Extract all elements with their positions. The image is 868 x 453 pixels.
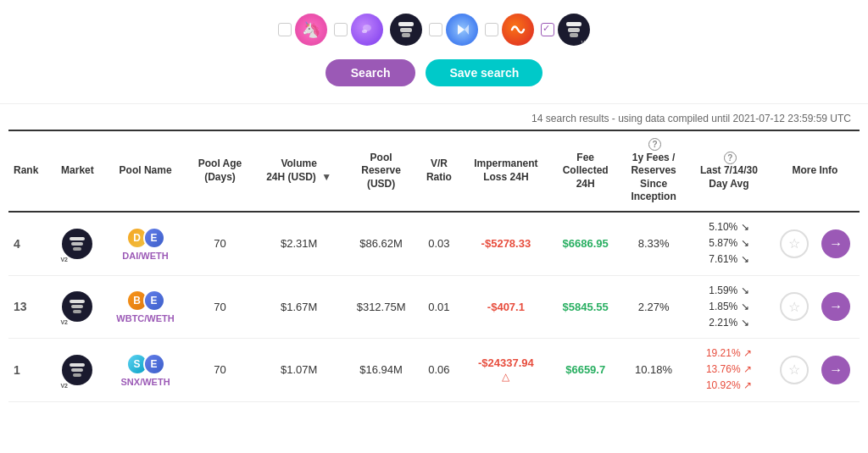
th-fee-collected: FeeCollected24H — [551, 130, 620, 212]
th-fees-reserves: ? 1y Fees /ReservesSinceInception — [620, 130, 687, 212]
protocol-curve[interactable] — [485, 14, 534, 46]
avg-line: 1.59% ↘ — [693, 283, 765, 299]
pool-name-cell: SE SNX/WETH — [103, 339, 186, 402]
vr-ratio-cell: 0.06 — [417, 339, 460, 402]
coin-b-icon: E — [143, 353, 165, 375]
vr-ratio-cell: 0.03 — [417, 212, 460, 275]
sushiswap-checkbox[interactable] — [334, 23, 348, 36]
uniswap-icon: 🦄 — [295, 14, 327, 46]
sushiswap-icon — [351, 14, 383, 46]
avg-line: 5.87% ↘ — [693, 235, 765, 251]
fees-reserves-cell: 8.33% — [620, 212, 687, 275]
coin-pair: BE — [126, 290, 165, 312]
top-section: 🦄 — [0, 0, 868, 104]
table-row: 13 V2 BE WBTC/WETH 70 $1.67M $312.75M 0.… — [8, 275, 860, 339]
pool-reserve-cell: $86.62M — [345, 212, 417, 275]
curve-icon — [502, 14, 534, 46]
balancer-icon — [390, 14, 422, 46]
search-buttons: Search Save search — [326, 59, 542, 86]
pool-name-cell: BE WBTC/WETH — [103, 275, 186, 339]
more-info-cell: ☆ → — [771, 339, 860, 402]
sort-arrow: ▼ — [321, 171, 331, 185]
avg-line: 5.10% ↘ — [693, 219, 765, 235]
table-header-row: Rank Market Pool Name Pool Age(Days) Vol… — [8, 130, 860, 212]
star-button[interactable]: ☆ — [780, 229, 809, 258]
go-button[interactable]: → — [821, 356, 850, 384]
table-container: Rank Market Pool Name Pool Age(Days) Vol… — [0, 130, 868, 402]
th-volume-24h: Volume24H (USD) ▼ — [253, 130, 345, 212]
th-pool-reserve: PoolReserve(USD) — [345, 130, 417, 212]
coin-b-icon: E — [143, 290, 165, 312]
table-row: 1 V2 SE SNX/WETH 70 $1.07M $16.94M 0.06 … — [8, 339, 860, 402]
il-value: -$407.1 — [487, 301, 525, 313]
star-button[interactable]: ☆ — [780, 356, 809, 384]
volume-24h-cell: $1.07M — [253, 339, 345, 402]
protocol-sushiswap[interactable] — [334, 14, 383, 46]
protocol-icons: 🦄 — [278, 14, 590, 46]
coin-b-icon: E — [143, 227, 165, 249]
kyber-checkbox[interactable] — [429, 23, 442, 36]
th-pool-name: Pool Name — [103, 130, 186, 212]
avg-line: 10.92% ↗ — [693, 378, 765, 394]
star-button[interactable]: ☆ — [780, 292, 809, 321]
kyber-icon — [446, 14, 478, 46]
avg-line: 2.21% ↘ — [693, 315, 765, 331]
warning-triangle-icon: △ — [466, 371, 547, 383]
il-cell: -$24337.94△ — [461, 339, 552, 402]
avg-line: 1.85% ↘ — [693, 299, 765, 315]
th-vr-ratio: V/RRatio — [417, 130, 460, 212]
pool-label: SNX/WETH — [121, 377, 170, 387]
last-avg-cell: 19.21% ↗13.76% ↗10.92% ↗ — [687, 339, 771, 402]
il-cell: -$407.1 — [461, 275, 552, 339]
market-cell: V2 — [52, 275, 104, 339]
rank-cell: 13 — [8, 275, 52, 339]
last-avg-cell: 1.59% ↘1.85% ↘2.21% ↘ — [687, 275, 771, 339]
th-pool-age: Pool Age(Days) — [187, 130, 253, 212]
protocol-v2[interactable]: V2 — [541, 14, 590, 46]
pool-label: WBTC/WETH — [116, 313, 174, 323]
results-info: 14 search results - using data compiled … — [0, 104, 868, 130]
fees-reserves-cell: 2.27% — [620, 275, 687, 339]
market-cell: V2 — [52, 212, 104, 275]
curve-checkbox[interactable] — [485, 23, 498, 36]
save-search-button[interactable]: Save search — [426, 59, 542, 86]
last-avg-cell: 5.10% ↘5.87% ↘7.61% ↘ — [687, 212, 771, 275]
table-row: 4 V2 DE DAI/WETH 70 $2.31M $86.62M 0.03 … — [8, 212, 860, 275]
results-table: Rank Market Pool Name Pool Age(Days) Vol… — [8, 130, 860, 402]
fee-collected-cell: $5845.55 — [551, 275, 620, 339]
go-button[interactable]: → — [821, 229, 850, 258]
avg-line: 19.21% ↗ — [693, 345, 765, 362]
protocol-kyber[interactable] — [429, 14, 478, 46]
fee-collected-cell: $6686.95 — [551, 212, 620, 275]
svg-point-2 — [362, 30, 367, 33]
pool-age-cell: 70 — [187, 339, 253, 402]
il-value: -$5278.33 — [481, 237, 531, 250]
th-last-avg: ? Last 7/14/30Day Avg — [687, 130, 771, 212]
th-impermanent-loss: ImpermanentLoss 24H — [461, 130, 552, 212]
pool-age-cell: 70 — [187, 212, 253, 275]
last-avg-info-icon: ? — [724, 152, 737, 164]
volume-24h-cell: $1.67M — [253, 275, 345, 339]
th-market: Market — [52, 130, 104, 212]
more-info-cell: ☆ → — [771, 275, 860, 339]
protocol-uniswap[interactable]: 🦄 — [278, 14, 327, 46]
v2-checkbox[interactable] — [541, 23, 554, 36]
coin-pair: DE — [126, 227, 165, 249]
go-button[interactable]: → — [821, 292, 850, 321]
fees-reserves-cell: 10.18% — [620, 339, 687, 402]
volume-24h-cell: $2.31M — [253, 212, 345, 275]
fees-reserves-info-icon: ? — [648, 138, 661, 151]
il-value: -$24337.94 — [478, 356, 534, 369]
protocol-balancer[interactable] — [390, 14, 422, 46]
v2-icon: V2 — [558, 14, 590, 46]
pool-label: DAI/WETH — [122, 251, 168, 261]
th-more-info: More Info — [771, 130, 860, 212]
search-button[interactable]: Search — [326, 59, 416, 86]
rank-cell: 1 — [8, 339, 52, 402]
coin-pair: SE — [126, 353, 165, 375]
pool-name-cell: DE DAI/WETH — [103, 212, 186, 275]
vr-ratio-cell: 0.01 — [417, 275, 460, 339]
fee-collected-cell: $6659.7 — [551, 339, 620, 402]
pool-reserve-cell: $16.94M — [345, 339, 417, 402]
uniswap-checkbox[interactable] — [278, 23, 292, 36]
